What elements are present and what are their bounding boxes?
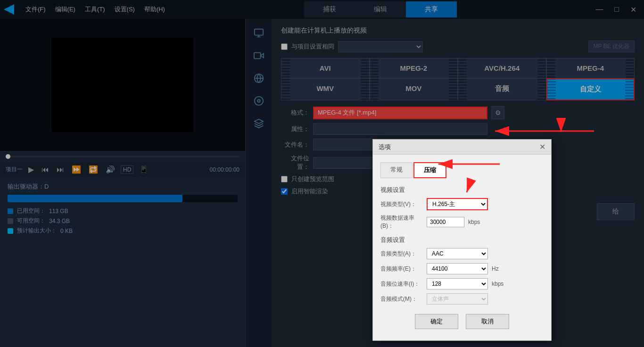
video-bitrate-input[interactable]: [427, 217, 464, 227]
audio-type-label: 音频类型(A)：: [380, 250, 423, 258]
video-bitrate-field: 视频数据速率(B)： kbps: [380, 214, 544, 230]
dialog-ok-button[interactable]: 确定: [415, 314, 458, 329]
video-type-select[interactable]: H.265-主 H.264 H.265: [427, 198, 488, 210]
dialog-cancel-button[interactable]: 取消: [466, 314, 509, 329]
dialog-close-button[interactable]: ✕: [539, 142, 545, 151]
audio-bitrate-label: 音频位速率(I)：: [380, 280, 423, 288]
video-type-field: 视频类型(V)： H.265-主 H.264 H.265: [380, 198, 544, 210]
audio-freq-field: 音频频率(E)： 44100 48000 Hz: [380, 263, 544, 274]
audio-bitrate-select[interactable]: 128 192 256 320: [427, 278, 488, 289]
dialog-titlebar: 选项 ✕: [373, 140, 551, 155]
dialog-tab-compress[interactable]: 压缩: [413, 162, 446, 178]
audio-mode-field: 音频模式(M)： 立体声: [380, 293, 544, 305]
video-bitrate-label: 视频数据速率(B)：: [380, 214, 423, 230]
options-dialog: 选项 ✕ 常规 压缩 视频设置 视频类型(V)： H.265-主 H.264 H…: [372, 139, 552, 341]
audio-bitrate-unit: kbps: [492, 281, 504, 287]
video-type-label: 视频类型(V)：: [380, 200, 423, 208]
audio-type-field: 音频类型(A)： AAC MP3: [380, 248, 544, 259]
audio-section-title: 音频设置: [380, 236, 544, 244]
audio-mode-label: 音频模式(M)：: [380, 295, 423, 303]
audio-settings-section: 音频设置 音频类型(A)： AAC MP3 音频频率(E)： 44100 480…: [380, 236, 544, 305]
dialog-tab-bar: 常规 压缩: [380, 162, 544, 178]
audio-bitrate-field: 音频位速率(I)： 128 192 256 320 kbps: [380, 278, 544, 289]
video-bitrate-unit: kbps: [468, 219, 480, 225]
dialog-footer: 确定 取消: [380, 310, 544, 333]
video-settings-section: 视频设置 视频类型(V)： H.265-主 H.264 H.265 视频数据速率…: [380, 186, 544, 230]
audio-freq-unit: Hz: [492, 265, 499, 272]
dialog-tab-general[interactable]: 常规: [380, 162, 413, 178]
audio-mode-select[interactable]: 立体声: [427, 293, 488, 305]
audio-freq-label: 音频频率(E)：: [380, 265, 423, 273]
dialog-body: 常规 压缩 视频设置 视频类型(V)： H.265-主 H.264 H.265 …: [373, 155, 551, 340]
dialog-title: 选项: [379, 143, 391, 151]
video-section-title: 视频设置: [380, 186, 544, 194]
audio-freq-select[interactable]: 44100 48000: [427, 263, 488, 274]
audio-type-select[interactable]: AAC MP3: [427, 248, 488, 259]
